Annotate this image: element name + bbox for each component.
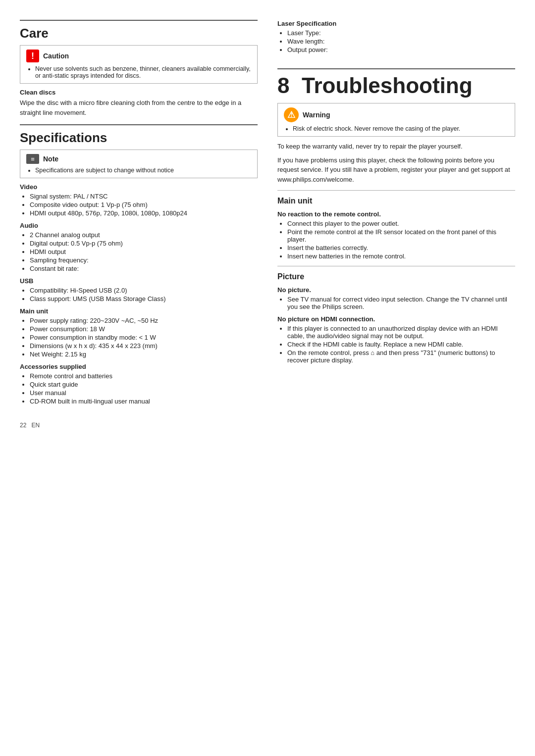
audio-item-2: HDMI output [30,248,258,255]
audio-title: Audio [20,222,258,229]
audio-item-4: Constant bit rate: [30,265,258,272]
audio-item-3: Sampling frequency: [30,256,258,264]
footer-page: 22 [20,422,26,429]
note-body: Specifications are subject to change wit… [26,167,251,174]
audio-item-0: 2 Channel analog output [30,231,258,239]
page-footer: 22 EN [20,422,515,429]
intro-text2: If you have problems using this player, … [277,155,515,185]
warning-icon: ⚠ [284,107,299,122]
mainunit-item-1: Power consumption: 18 W [30,325,258,333]
warning-label: Warning [303,111,330,119]
note-box: ≡ Note Specifications are subject to cha… [20,150,258,178]
note-header: ≡ Note [26,154,251,164]
no-reaction-title: No reaction to the remote control. [277,210,515,218]
section-number: 8 [277,73,289,98]
footer-lang: EN [31,422,40,429]
mainunit-item-3: Dimensions (w x h x d): 435 x 44 x 223 (… [30,342,258,350]
caution-item-1: Never use solvents such as benzene, thin… [35,65,251,79]
specifications-title: Specifications [20,130,258,146]
note-icon: ≡ [26,154,39,164]
warning-body: Risk of electric shock. Never remove the… [284,125,509,132]
accessories-list: Remote control and batteries Quick start… [20,372,258,405]
no-reaction-list: Connect this player to the power outlet.… [277,220,515,260]
no-picture-hdmi-1: Check if the HDMI cable is faulty. Repla… [287,341,515,348]
caution-icon: ! [26,50,39,62]
clean-discs-text: Wipe the disc with a micro fibre cleanin… [20,98,258,117]
usb-item-0: Compatibility: Hi-Speed USB (2.0) [30,287,258,294]
no-picture-hdmi-2: On the remote control, press ⌂ and then … [287,349,515,364]
video-title: Video [20,183,258,191]
wavelength-label: Wave length: [287,38,515,45]
mainunit-item-4: Net Weight: 2.15 kg [30,351,258,358]
no-picture-list: See TV manual for correct video input se… [277,296,515,310]
troubleshooting-title: Troubleshooting [302,73,473,98]
caution-box: ! Caution Never use solvents such as ben… [20,45,258,84]
audio-item-1: Digital output: 0.5 Vp-p (75 ohm) [30,240,258,247]
no-reaction-1: Point the remote control at the IR senso… [287,228,515,243]
usb-item-1: Class support: UMS (USB Mass Storage Cla… [30,295,258,302]
note-item-1: Specifications are subject to change wit… [35,167,251,174]
mainunit-spec-title: Main unit [20,307,258,315]
mainunit-ts-title: Main unit [277,197,515,205]
laser-type-label: Laser Type: [287,29,515,37]
video-list: Signal system: PAL / NTSC Composite vide… [20,193,258,217]
video-item-2: HDMI output 480p, 576p, 720p, 1080i, 108… [30,209,258,217]
warning-item-0: Risk of electric shock. Never remove the… [293,125,509,132]
audio-list: 2 Channel analog output Digital output: … [20,231,258,272]
no-reaction-3: Insert new batteries in the remote contr… [287,252,515,260]
usb-title: USB [20,277,258,285]
care-title: Care [20,26,258,41]
no-picture-0: See TV manual for correct video input se… [287,296,515,310]
no-picture-hdmi-title: No picture on HDMI connection. [277,315,515,323]
warning-header: ⚠ Warning [284,107,509,122]
accessories-item-3: CD-ROM built in multi-lingual user manua… [30,398,258,405]
video-item-1: Composite video output: 1 Vp-p (75 ohm) [30,201,258,208]
mainunit-item-2: Power consumption in standby mode: < 1 W [30,334,258,341]
mainunit-spec-list: Power supply rating: 220~230V ~AC, ~50 H… [20,317,258,358]
caution-header: ! Caution [26,50,251,62]
video-item-0: Signal system: PAL / NTSC [30,193,258,200]
caution-label: Caution [43,52,69,60]
accessories-item-1: Quick start guide [30,381,258,388]
clean-discs-title: Clean discs [20,89,258,96]
intro-text1: To keep the warranty valid, never try to… [277,142,515,151]
no-reaction-0: Connect this player to the power outlet. [287,220,515,227]
no-picture-title: No picture. [277,286,515,294]
troubleshooting-heading: 8 Troubleshooting [277,73,515,98]
usb-list: Compatibility: Hi-Speed USB (2.0) Class … [20,287,258,302]
no-picture-hdmi-list: If this player is connected to an unauth… [277,325,515,364]
no-reaction-2: Insert the batteries correctly. [287,244,515,252]
picture-ts-title: Picture [277,272,515,281]
laser-type-list: Laser Type: Wave length: Output power: [277,29,515,53]
warning-box: ⚠ Warning Risk of electric shock. Never … [277,103,515,137]
note-label: Note [43,155,58,163]
accessories-item-2: User manual [30,389,258,397]
no-picture-hdmi-0: If this player is connected to an unauth… [287,325,515,340]
caution-body: Never use solvents such as benzene, thin… [26,65,251,79]
laser-spec-title: Laser Specification [277,20,515,27]
mainunit-item-0: Power supply rating: 220~230V ~AC, ~50 H… [30,317,258,324]
output-power-label: Output power: [287,46,515,53]
accessories-title: Accessories supplied [20,363,258,370]
accessories-item-0: Remote control and batteries [30,372,258,380]
